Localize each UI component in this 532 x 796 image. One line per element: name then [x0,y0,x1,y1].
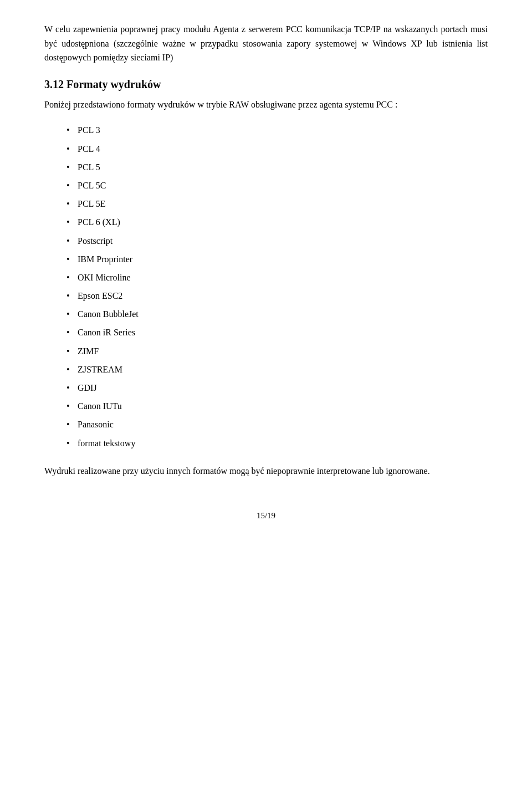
list-item: PCL 5C [66,178,488,193]
list-item: ZIMF [66,344,488,359]
list-item: GDIJ [66,380,488,395]
list-item: format tekstowy [66,436,488,451]
page-footer: 15/19 [44,511,488,521]
list-item: PCL 3 [66,123,488,137]
list-item: PCL 4 [66,141,488,156]
list-item: PCL 5E [66,196,488,211]
list-item: Panasonic [66,417,488,432]
intro-paragraph: W celu zapewnienia poprawnej pracy moduł… [44,22,488,65]
section-description: Poniżej przedstawiono formaty wydruków w… [44,98,488,112]
list-item: OKI Microline [66,270,488,285]
list-item: Epson ESC2 [66,288,488,303]
list-item: ZJSTREAM [66,362,488,377]
list-item: Postscript [66,233,488,248]
closing-paragraph: Wydruki realizowane przy użyciu innych f… [44,464,488,478]
list-item: Canon IUTu [66,399,488,414]
list-item: Canon BubbleJet [66,307,488,322]
list-item: Canon iR Series [66,325,488,340]
formats-list: PCL 3PCL 4PCL 5PCL 5CPCL 5EPCL 6 (XL)Pos… [66,123,488,450]
list-item: PCL 6 (XL) [66,215,488,229]
list-item: PCL 5 [66,160,488,175]
section-heading: 3.12 Formaty wydruków [44,78,488,91]
list-item: IBM Proprinter [66,252,488,267]
